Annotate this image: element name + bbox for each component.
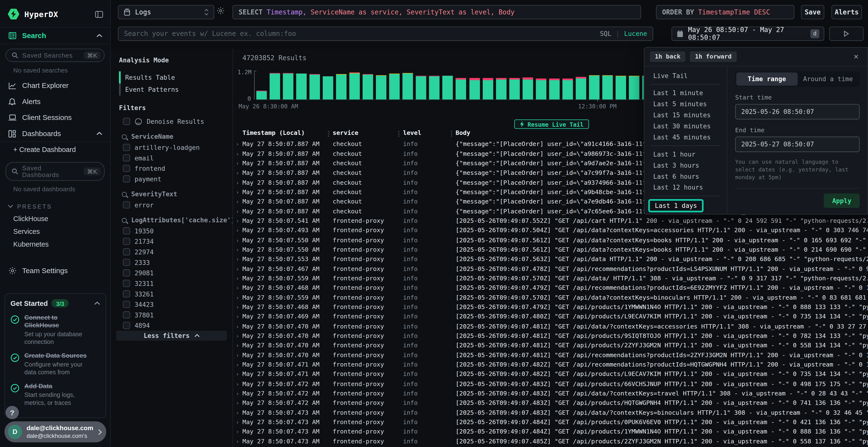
sidebar-item-client-sessions[interactable]: Client Sessions bbox=[0, 110, 110, 126]
row-expand-icon[interactable]: › bbox=[236, 400, 243, 406]
get-started-step-add-data[interactable]: Add Data Start sending logs, metrics, or… bbox=[10, 382, 100, 407]
row-expand-icon[interactable]: › bbox=[236, 237, 243, 243]
histogram-bar[interactable] bbox=[310, 74, 320, 100]
histogram-bar[interactable] bbox=[509, 78, 520, 100]
saved-searches-input[interactable]: Saved Searches ⌘K bbox=[5, 49, 105, 62]
search-icon[interactable] bbox=[122, 217, 127, 222]
row-expand-icon[interactable]: › bbox=[236, 333, 243, 339]
checkbox[interactable] bbox=[123, 269, 130, 276]
table-row[interactable]: ›May 27 8:50:07.559 AMfrontend-proxyinfo… bbox=[233, 274, 868, 283]
checkbox[interactable] bbox=[123, 322, 130, 329]
tab-event-patterns[interactable]: Event Patterns bbox=[116, 83, 227, 96]
table-row[interactable]: ›May 27 8:50:07.553 AMfrontend-proxyinfo… bbox=[233, 254, 868, 264]
histogram-bar[interactable] bbox=[536, 78, 546, 100]
alerts-button[interactable]: Alerts bbox=[831, 5, 862, 20]
table-row[interactable]: ›May 27 8:50:07.470 AMfrontend-proxyinfo… bbox=[233, 341, 868, 350]
row-expand-icon[interactable]: › bbox=[236, 208, 243, 214]
histogram-bar[interactable] bbox=[442, 76, 453, 100]
help-button[interactable]: ? bbox=[5, 406, 19, 419]
shift-1h-forward-button[interactable]: 1h forward bbox=[690, 51, 737, 62]
tab-results-table[interactable]: Results Table bbox=[116, 71, 227, 83]
row-expand-icon[interactable]: › bbox=[236, 304, 243, 310]
histogram-bar[interactable] bbox=[483, 78, 493, 100]
column-resize-handle[interactable] bbox=[398, 131, 400, 137]
time-option[interactable]: Last 15 minutes bbox=[644, 110, 727, 121]
sidebar-item-preset[interactable]: ClickHouse bbox=[0, 212, 110, 225]
source-selector[interactable]: Logs bbox=[118, 5, 214, 20]
table-row[interactable]: ›May 27 8:50:07.467 AMfrontend-proxyinfo… bbox=[233, 264, 868, 274]
checkbox[interactable] bbox=[123, 238, 130, 245]
row-expand-icon[interactable]: › bbox=[236, 390, 243, 397]
resume-live-tail-button[interactable]: Resume Live Tail bbox=[514, 119, 589, 129]
checkbox[interactable] bbox=[123, 290, 130, 298]
row-expand-icon[interactable]: › bbox=[236, 141, 243, 147]
row-expand-icon[interactable]: › bbox=[236, 362, 243, 368]
row-expand-icon[interactable]: › bbox=[236, 295, 243, 301]
histogram-bar[interactable] bbox=[616, 76, 626, 100]
save-button[interactable]: Save bbox=[801, 5, 824, 20]
get-started-header[interactable]: Get Started 3/3 bbox=[10, 299, 100, 307]
time-option[interactable]: Last 1 days bbox=[648, 199, 704, 212]
sidebar-item-preset[interactable]: Services bbox=[0, 225, 110, 238]
time-option[interactable]: Last 5 minutes bbox=[644, 99, 727, 110]
checkbox[interactable] bbox=[123, 311, 130, 319]
table-row[interactable]: ›May 27 8:50:07.541 AMfrontend-proxyinfo… bbox=[233, 216, 868, 226]
histogram-bar[interactable] bbox=[349, 72, 360, 100]
histogram-bar[interactable] bbox=[336, 74, 347, 100]
time-option[interactable]: Last 1 hour bbox=[644, 149, 727, 160]
time-option[interactable]: Last 45 minutes bbox=[644, 132, 727, 143]
time-option[interactable]: Live Tail bbox=[644, 70, 727, 81]
start-time-input[interactable]: 2025-05-26 08:50:07 bbox=[735, 104, 860, 119]
run-live-tail-button[interactable] bbox=[829, 27, 863, 41]
table-row[interactable]: ›May 27 8:50:07.473 AMfrontend-proxyinfo… bbox=[233, 408, 868, 418]
checkbox[interactable] bbox=[123, 144, 130, 151]
row-expand-icon[interactable]: › bbox=[236, 266, 243, 272]
sql-mode-button[interactable]: SQL bbox=[600, 30, 612, 38]
histogram-bar[interactable] bbox=[496, 78, 506, 100]
filter-option[interactable]: payment bbox=[116, 174, 227, 184]
filter-option[interactable]: 37801 bbox=[116, 310, 227, 320]
filter-option[interactable]: 32311 bbox=[116, 278, 227, 289]
search-input[interactable]: Search your events w/ Lucene ex. column:… bbox=[118, 27, 653, 41]
column-header-level[interactable]: level bbox=[403, 129, 421, 137]
table-row[interactable]: ›May 27 8:50:07.470 AMfrontend-proxyinfo… bbox=[233, 350, 868, 360]
table-row[interactable]: ›May 27 8:50:07.473 AMfrontend-proxyinfo… bbox=[233, 417, 868, 427]
chevron-up-icon[interactable] bbox=[96, 34, 102, 38]
row-expand-icon[interactable]: › bbox=[236, 314, 243, 320]
table-row[interactable]: ›May 27 8:50:07.468 AMfrontend-proxyinfo… bbox=[233, 303, 868, 312]
row-expand-icon[interactable]: › bbox=[236, 227, 243, 233]
column-resize-handle[interactable] bbox=[451, 131, 452, 137]
checkbox[interactable] bbox=[123, 154, 130, 162]
time-option[interactable]: Last 30 minutes bbox=[644, 121, 727, 132]
row-expand-icon[interactable]: › bbox=[236, 179, 243, 185]
tab-time-range[interactable]: Time range bbox=[736, 72, 798, 86]
histogram-bar[interactable] bbox=[589, 75, 599, 100]
table-row[interactable]: ›May 27 8:50:07.550 AMfrontend-proxyinfo… bbox=[233, 245, 868, 254]
table-row[interactable]: ›May 27 8:50:07.471 AMfrontend-proxyinfo… bbox=[233, 370, 868, 379]
sidebar-item-preset[interactable]: Kubernetes bbox=[0, 238, 110, 250]
row-expand-icon[interactable]: › bbox=[236, 189, 243, 195]
histogram-bar[interactable] bbox=[323, 76, 334, 100]
checkbox[interactable] bbox=[123, 201, 130, 209]
table-row[interactable]: ›May 27 8:50:07.468 AMfrontend-proxyinfo… bbox=[233, 283, 868, 293]
table-row[interactable]: ›May 27 8:50:07.472 AMfrontend-proxyinfo… bbox=[233, 398, 868, 408]
row-expand-icon[interactable]: › bbox=[236, 371, 243, 377]
row-expand-icon[interactable]: › bbox=[236, 275, 243, 281]
app-logo[interactable]: HyperDX bbox=[0, 0, 110, 27]
sidebar-item-team-settings[interactable]: Team Settings bbox=[0, 263, 110, 279]
column-header-service[interactable]: service bbox=[333, 129, 358, 137]
filter-option[interactable]: email bbox=[116, 153, 227, 163]
sidebar-item-search[interactable]: Search bbox=[0, 28, 110, 44]
row-expand-icon[interactable]: › bbox=[236, 438, 243, 444]
checkbox[interactable] bbox=[123, 227, 130, 235]
histogram-bar[interactable] bbox=[416, 76, 427, 100]
filter-option[interactable]: 2333 bbox=[116, 257, 227, 268]
row-expand-icon[interactable]: › bbox=[236, 342, 243, 348]
chevron-up-icon[interactable] bbox=[96, 132, 102, 135]
close-icon[interactable]: × bbox=[850, 53, 862, 61]
histogram-bar[interactable] bbox=[403, 73, 413, 100]
table-row[interactable]: ›May 27 8:50:07.473 AMfrontend-proxyinfo… bbox=[233, 427, 868, 437]
filter-option[interactable]: 34423 bbox=[116, 299, 227, 310]
row-expand-icon[interactable]: › bbox=[236, 247, 243, 253]
filter-option[interactable]: 22974 bbox=[116, 247, 227, 257]
